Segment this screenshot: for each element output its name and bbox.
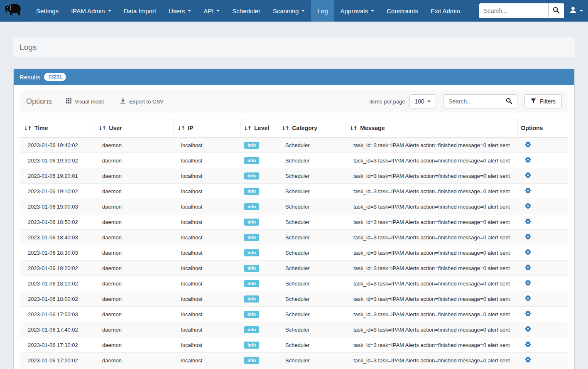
options-toolbar: Options Visual mode Exp <box>20 90 568 113</box>
level-badge: info <box>244 311 259 318</box>
row-options-button[interactable] <box>525 203 531 210</box>
nav-item-ipam-admin[interactable]: IPAM Admin <box>65 0 117 22</box>
table-row: 2023-01-06 17:50:03 daemon localhost inf… <box>20 307 568 322</box>
column-header-label: Category <box>292 125 317 131</box>
navbar-search-input[interactable] <box>479 3 548 18</box>
table-row: 2023-01-06 19:10:02 daemon localhost inf… <box>20 184 568 199</box>
column-header-level[interactable]: ↓↑Level <box>240 119 278 138</box>
column-header-options: Options <box>517 119 568 138</box>
table-row: 2023-01-06 17:20:02 daemon localhost inf… <box>20 353 568 368</box>
column-header-category[interactable]: ↓↑Category <box>278 119 346 138</box>
table-row: 2023-01-06 18:50:02 daemon localhost inf… <box>20 214 568 230</box>
log-message: task_id=3 task=IPAM Alerts action=finish… <box>346 337 517 353</box>
row-options-button[interactable] <box>525 234 531 241</box>
table-search-input[interactable] <box>443 94 501 108</box>
row-options-button[interactable] <box>525 310 531 318</box>
row-options-button[interactable] <box>525 357 531 364</box>
nav-item-scheduler[interactable]: Scheduler <box>226 0 267 22</box>
export-csv-button[interactable]: Export to CSV <box>120 98 163 105</box>
nav-item-label: Scanning <box>273 7 299 15</box>
grid-icon <box>66 98 71 105</box>
row-options-button[interactable] <box>525 141 531 149</box>
chevron-down-icon <box>580 10 583 12</box>
nav-item-log[interactable]: Log <box>311 0 334 22</box>
level-badge: info <box>244 172 259 180</box>
log-message: task_id=3 task=IPAM Alerts action=finish… <box>346 214 517 230</box>
column-header-time[interactable]: ↓↑Time <box>20 119 95 138</box>
nav-item-scanning[interactable]: Scanning <box>267 0 311 22</box>
navbar-search-button[interactable] <box>548 3 564 18</box>
nav-item-data-import[interactable]: Data Import <box>118 0 162 22</box>
log-time: 2023-01-06 18:50:02 <box>20 214 95 230</box>
chevron-down-icon <box>427 101 431 102</box>
results-title: Results <box>20 74 40 81</box>
level-badge: info <box>244 188 259 195</box>
level-badge: info <box>244 249 259 256</box>
log-ip: localhost <box>174 184 240 199</box>
log-ip: localhost <box>174 353 240 368</box>
log-user: daemon <box>95 353 174 368</box>
row-options-button[interactable] <box>525 264 531 272</box>
log-ip: localhost <box>174 307 240 322</box>
download-icon <box>120 98 126 105</box>
phpipam-logo[interactable] <box>0 0 26 22</box>
user-menu[interactable] <box>569 6 583 15</box>
nav-item-users[interactable]: Users <box>162 0 197 22</box>
log-user: daemon <box>95 138 174 153</box>
column-header-ip[interactable]: ↓↑IP <box>174 119 240 138</box>
page-title: Logs <box>20 43 568 52</box>
nav-item-settings[interactable]: Settings <box>30 0 65 22</box>
nav-item-approvals[interactable]: Approvals <box>334 0 381 22</box>
table-row: 2023-01-06 18:40:03 daemon localhost inf… <box>20 230 568 245</box>
table-row: 2023-01-06 18:20:02 daemon localhost inf… <box>20 261 568 276</box>
gear-icon <box>525 310 531 318</box>
log-message: task_id=3 task=IPAM Alerts action=finish… <box>346 230 517 245</box>
user-icon <box>569 6 577 15</box>
table-search-button[interactable] <box>501 94 517 108</box>
results-panel-heading: Results 73231 <box>14 69 574 85</box>
search-icon <box>506 98 512 106</box>
column-header-message[interactable]: ↓↑Message <box>346 119 517 138</box>
row-options-button[interactable] <box>525 157 531 164</box>
log-time: 2023-01-06 18:00:02 <box>20 291 95 307</box>
gear-icon <box>525 141 531 149</box>
row-options-button[interactable] <box>525 249 531 256</box>
row-options-button[interactable] <box>525 295 531 303</box>
nav-item-label: IPAM Admin <box>71 7 105 15</box>
sort-icon: ↓↑ <box>177 125 185 131</box>
column-header-label: Time <box>34 125 48 131</box>
log-category: Scheduler <box>278 230 346 245</box>
log-ip: localhost <box>174 153 240 168</box>
level-badge: info <box>244 142 259 149</box>
level-badge: info <box>244 357 259 364</box>
level-badge: info <box>244 234 259 241</box>
nav-item-exit-admin[interactable]: Exit Admin <box>424 0 466 22</box>
row-options-button[interactable] <box>525 326 531 333</box>
top-navbar: Settings IPAM Admin Data Import Users AP… <box>0 0 588 22</box>
log-time: 2023-01-06 19:00:03 <box>20 199 95 214</box>
log-message: task_id=3 task=IPAM Alerts action=finish… <box>346 199 517 214</box>
nav-item-label: Users <box>169 7 185 15</box>
nav-item-label: API <box>203 7 213 15</box>
row-options-button[interactable] <box>525 172 531 180</box>
log-ip: localhost <box>174 245 240 261</box>
nav-item-api[interactable]: API <box>197 0 226 22</box>
log-user: daemon <box>95 291 174 307</box>
nav-item-label: Scheduler <box>232 7 260 15</box>
table-row: 2023-01-06 18:10:02 daemon localhost inf… <box>20 276 568 291</box>
gear-icon <box>525 264 531 272</box>
row-options-button[interactable] <box>525 341 531 349</box>
visual-mode-button[interactable]: Visual mode <box>66 98 104 105</box>
row-options-button[interactable] <box>525 280 531 287</box>
gear-icon <box>525 203 531 210</box>
row-options-button[interactable] <box>525 187 531 195</box>
nav-item-constraints[interactable]: Constraints <box>380 0 424 22</box>
row-options-button[interactable] <box>525 218 531 226</box>
log-category: Scheduler <box>278 153 346 168</box>
items-per-page-dropdown[interactable]: 100 <box>409 94 436 108</box>
column-header-user[interactable]: ↓↑User <box>95 119 174 138</box>
level-badge: info <box>244 280 259 287</box>
gear-icon <box>525 187 531 195</box>
filters-button[interactable]: Filters <box>524 94 562 108</box>
log-time: 2023-01-06 17:40:02 <box>20 322 95 337</box>
